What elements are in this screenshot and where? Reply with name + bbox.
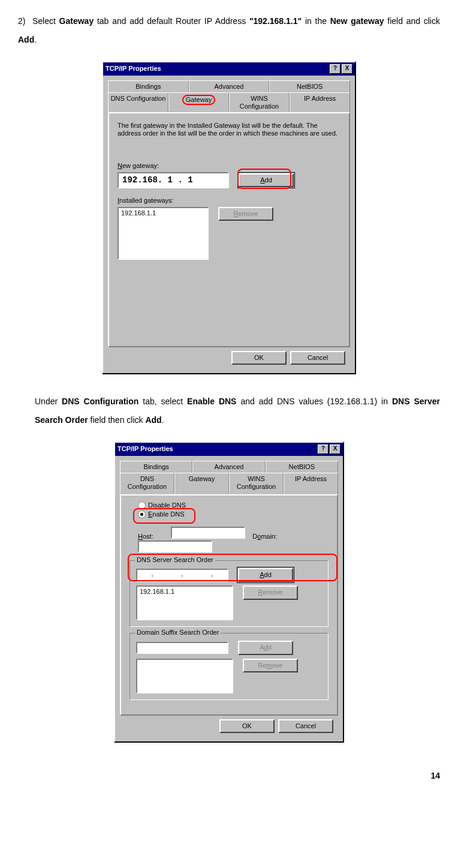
gateway-highlight: Gateway <box>182 95 215 105</box>
instruction-step-2: 2) Select Gateway tab and add default Ro… <box>18 12 440 49</box>
ok-button[interactable]: OK <box>231 351 287 365</box>
new-gateway-label: NNew gateway:ew gateway: <box>117 162 341 170</box>
tab-wins-config[interactable]: WINS Configuration <box>229 473 284 494</box>
dns-ip-input[interactable]: ... <box>136 569 228 582</box>
help-button[interactable]: ? <box>318 444 329 454</box>
tab-wins-config[interactable]: WINS Configuration <box>229 92 290 112</box>
cancel-button[interactable]: Cancel <box>278 719 333 733</box>
dns-remove-button[interactable]: Remove <box>243 585 298 599</box>
enable-dns-radio[interactable]: Enable DNS <box>138 510 329 518</box>
page-number: 14 <box>18 767 440 785</box>
help-button[interactable]: ? <box>330 64 341 74</box>
tab-bindings[interactable]: Bindings <box>120 461 192 473</box>
tab-gateway[interactable]: Gateway <box>168 92 229 112</box>
host-input[interactable] <box>171 527 245 539</box>
tab-gateway[interactable]: Gateway <box>174 473 229 494</box>
list-item[interactable]: 192.168.1.1 <box>121 209 205 217</box>
tcpip-properties-dialog-gateway: TCP/IP Properties ? X Bindings Advanced … <box>102 61 356 375</box>
tab-advanced[interactable]: Advanced <box>189 80 270 92</box>
installed-gateways-list[interactable]: 192.168.1.1 <box>117 207 209 260</box>
close-button[interactable]: X <box>330 444 341 454</box>
tab-ip-address[interactable]: IP Address <box>284 473 338 494</box>
domain-suffix-label: Domain Suffix Search Order <box>135 629 221 636</box>
suffix-add-button[interactable]: Add <box>238 641 293 654</box>
radio-icon <box>138 501 146 509</box>
tab-bindings[interactable]: Bindings <box>108 80 189 92</box>
tab-netbios[interactable]: NetBIOS <box>266 461 338 473</box>
tab-dns-config[interactable]: DNS Configuration <box>120 473 174 494</box>
titlebar: TCP/IP Properties ? X <box>115 443 343 456</box>
tcpip-properties-dialog-dns: TCP/IP Properties ? X Bindings Advanced … <box>114 441 344 743</box>
step-number: 2) <box>18 16 25 26</box>
tab-advanced[interactable]: Advanced <box>192 461 265 473</box>
domain-input[interactable] <box>138 540 212 552</box>
titlebar: TCP/IP Properties ? X <box>103 62 355 76</box>
close-button[interactable]: X <box>342 64 352 74</box>
installed-gateways-label: Installed gateways: <box>117 197 341 205</box>
tab-dns-config[interactable]: DNS Configuration <box>108 92 168 112</box>
tab-ip-address[interactable]: IP Address <box>290 92 350 112</box>
tab-netbios[interactable]: NetBIOS <box>269 80 350 92</box>
remove-button[interactable]: Remove <box>218 207 273 221</box>
radio-icon <box>138 510 146 518</box>
new-gateway-input[interactable]: 192.168. 1 . 1 <box>117 172 229 188</box>
disable-dns-radio[interactable]: Disable DNS <box>138 501 329 509</box>
dialog-title: TCP/IP Properties <box>117 445 173 453</box>
cancel-button[interactable]: Cancel <box>290 351 345 365</box>
dns-list[interactable]: 192.168.1.1 <box>136 585 233 620</box>
suffix-remove-button[interactable]: Remove <box>243 659 298 672</box>
dns-search-order-group: DNS Server Search Order ... Add 192.168.… <box>129 560 329 627</box>
dns-search-order-label: DNS Server Search Order <box>135 556 215 564</box>
suffix-input[interactable] <box>136 642 228 654</box>
dns-add-button[interactable]: Add <box>238 568 293 582</box>
ok-button[interactable]: OK <box>219 719 275 733</box>
dialog-title: TCP/IP Properties <box>106 65 161 73</box>
list-item[interactable]: 192.168.1.1 <box>140 588 230 596</box>
host-label: Host: <box>138 533 169 540</box>
gateway-description: The first gateway in the Installed Gatew… <box>117 122 341 137</box>
suffix-list[interactable] <box>136 659 233 693</box>
domain-suffix-group: Domain Suffix Search Order Add Remove <box>129 633 329 699</box>
instruction-dns: Under DNS Configuration tab, select Enab… <box>35 392 440 430</box>
add-button[interactable]: Add <box>239 173 294 187</box>
domain-label: Domain: <box>252 533 284 540</box>
